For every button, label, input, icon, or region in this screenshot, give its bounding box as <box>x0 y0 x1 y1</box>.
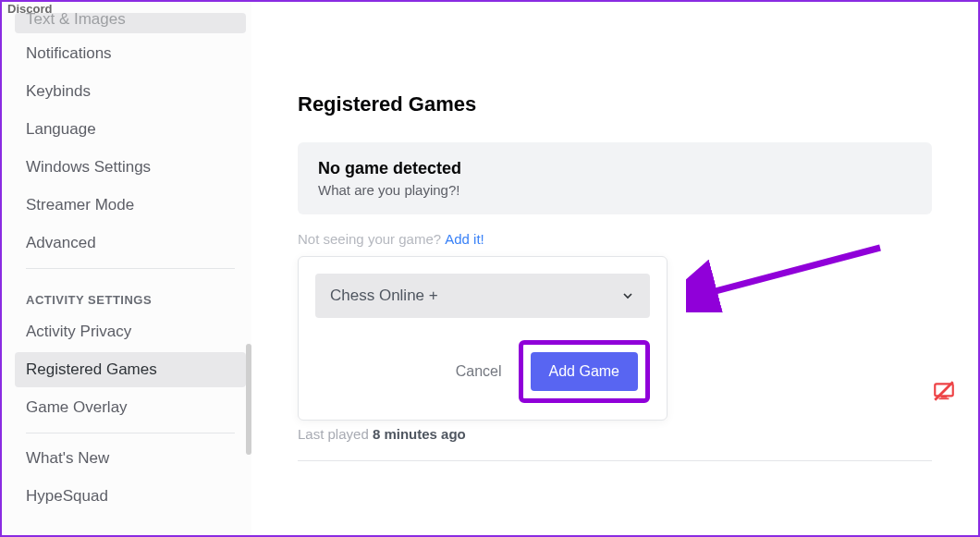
add-game-prompt-text: Not seeing your game? <box>298 231 441 247</box>
sidebar-item-label: Streamer Mode <box>26 196 134 214</box>
sidebar-item-text-images[interactable]: Text & Images <box>15 13 246 33</box>
sidebar-item-whats-new[interactable]: What's New <box>15 441 246 476</box>
main-content: Registered Games No game detected What a… <box>251 2 978 535</box>
annotation-arrow <box>686 238 899 312</box>
sidebar-item-activity-privacy[interactable]: Activity Privacy <box>15 314 246 349</box>
sidebar-item-game-overlay[interactable]: Game Overlay <box>15 390 246 425</box>
content-divider <box>298 460 932 461</box>
svg-line-5 <box>704 248 880 294</box>
sidebar-item-advanced[interactable]: Advanced <box>15 226 246 261</box>
svg-rect-2 <box>939 398 949 400</box>
sidebar-item-registered-games[interactable]: Registered Games <box>15 352 246 387</box>
last-played-text: Last played 8 minutes ago <box>298 426 932 442</box>
sidebar-section-activity: ACTIVITY SETTINGS <box>15 276 246 314</box>
sidebar-item-streamer-mode[interactable]: Streamer Mode <box>15 188 246 223</box>
sidebar-item-label: Advanced <box>26 234 96 251</box>
popup-buttons: Cancel Add Game <box>315 340 650 403</box>
sidebar-item-hypesquad[interactable]: HypeSquad <box>15 479 246 514</box>
add-game-button[interactable]: Add Game <box>531 352 638 391</box>
no-game-detected-box: No game detected What are you playing?! <box>298 142 932 214</box>
sidebar-item-windows-settings[interactable]: Windows Settings <box>15 150 246 185</box>
overlay-disabled-icon[interactable] <box>932 379 956 407</box>
detect-title: No game detected <box>318 159 912 178</box>
sidebar-item-label: Windows Settings <box>26 158 151 176</box>
page-title: Registered Games <box>298 92 932 116</box>
detect-subtitle: What are you playing?! <box>318 182 912 198</box>
game-select-dropdown[interactable]: Chess Online + <box>315 274 650 318</box>
cancel-button[interactable]: Cancel <box>456 363 502 380</box>
add-game-popup: Chess Online + Cancel Add Game <box>298 256 668 421</box>
add-it-link[interactable]: Add it! <box>445 231 484 247</box>
sidebar-item-label: Keybinds <box>26 82 91 100</box>
window-title: Discord <box>7 2 52 16</box>
chevron-down-icon <box>620 288 635 303</box>
selected-game-label: Chess Online + <box>330 287 438 305</box>
add-game-highlight: Add Game <box>519 340 650 403</box>
sidebar-item-label: HypeSquad <box>26 487 108 505</box>
svg-rect-1 <box>941 396 948 397</box>
settings-sidebar: Text & Images Notifications Keybinds Lan… <box>2 2 251 535</box>
last-played-time: 8 minutes ago <box>373 426 466 442</box>
sidebar-item-keybinds[interactable]: Keybinds <box>15 74 246 109</box>
sidebar-item-label: Game Overlay <box>26 398 128 416</box>
sidebar-item-label: Activity Privacy <box>26 323 131 340</box>
sidebar-divider <box>26 268 235 269</box>
sidebar-item-notifications[interactable]: Notifications <box>15 36 246 71</box>
sidebar-item-label: Notifications <box>26 44 112 62</box>
add-game-prompt: Not seeing your game? Add it! <box>298 231 932 247</box>
last-played-prefix: Last played <box>298 426 373 442</box>
sidebar-item-label: Registered Games <box>26 360 157 378</box>
sidebar-divider <box>26 433 235 433</box>
sidebar-item-language[interactable]: Language <box>15 112 246 147</box>
sidebar-item-label: What's New <box>26 449 109 467</box>
sidebar-item-label: Language <box>26 120 96 138</box>
